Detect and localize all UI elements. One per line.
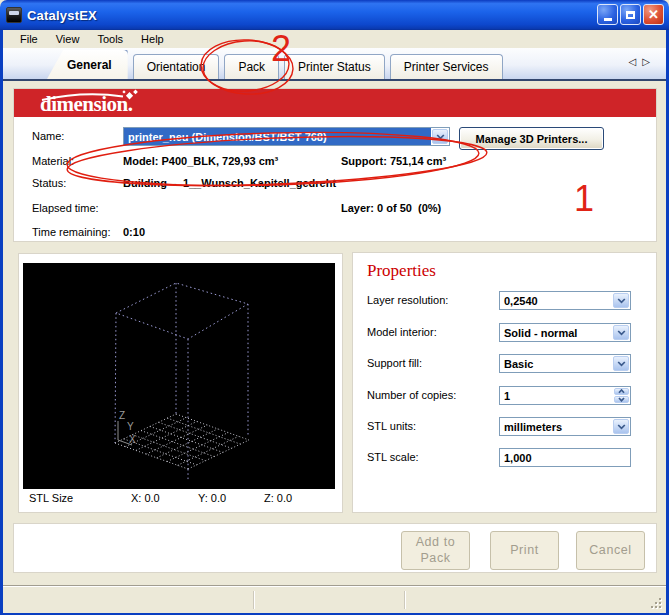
manage-3d-printers-button[interactable]: Manage 3D Printers... <box>459 127 604 150</box>
dimension-logo: dimension. <box>26 89 176 117</box>
axis-x-label: X <box>129 434 136 445</box>
stl-scale-input[interactable] <box>499 448 631 467</box>
build-envelope-viewport[interactable]: Z Y X <box>23 263 335 489</box>
catalystex-window: CatalystEX ✕ File View Tools Help Genera… <box>0 0 669 615</box>
chevron-down-icon[interactable] <box>613 325 629 340</box>
maximize-icon <box>626 11 635 19</box>
resize-grip[interactable] <box>651 598 664 611</box>
preview-panel: Z Y X STL Size X: 0.0 Y: 0.0 Z: 0.0 <box>18 253 343 513</box>
minimize-icon <box>604 18 612 21</box>
close-icon: ✕ <box>648 8 659 21</box>
stl-x-value: X: 0.0 <box>131 492 160 504</box>
build-envelope-wireframe: Z Y X <box>23 263 335 489</box>
time-remaining-label: Time remaining: <box>32 226 110 238</box>
chevron-down-icon[interactable] <box>613 293 629 308</box>
model-interior-select[interactable]: Solid - normal <box>499 323 631 342</box>
app-icon[interactable] <box>6 7 22 23</box>
menu-tools[interactable]: Tools <box>88 32 132 47</box>
chevron-down-icon[interactable] <box>432 129 448 144</box>
cancel-button[interactable]: Cancel <box>576 531 645 570</box>
model-interior-label: Model interior: <box>367 326 437 338</box>
stl-units-value: millimeters <box>500 418 612 435</box>
tab-scroll-left-icon[interactable]: ◁ <box>629 56 643 67</box>
stl-scale-label: STL scale: <box>367 451 419 463</box>
tab-strip: General Orientation Pack Printer Status … <box>3 48 666 81</box>
menu-help[interactable]: Help <box>132 32 173 47</box>
window-title: CatalystEX <box>27 8 97 23</box>
maximize-button[interactable] <box>620 4 641 25</box>
stl-units-select[interactable]: millimeters <box>499 417 631 436</box>
stl-units-label: STL units: <box>367 420 416 432</box>
stl-size-label: STL Size <box>29 492 73 504</box>
axis-y-label: Y <box>127 421 134 432</box>
stl-z-value: Z: 0.0 <box>264 492 292 504</box>
layer-resolution-select[interactable]: 0,2540 <box>499 291 631 310</box>
support-fill-value: Basic <box>500 355 612 372</box>
menu-view[interactable]: View <box>47 32 89 47</box>
layer-resolution-label: Layer resolution: <box>367 294 448 306</box>
support-fill-select[interactable]: Basic <box>499 354 631 373</box>
elapsed-time-label: Elapsed time: <box>32 202 99 214</box>
title-bar: CatalystEX ✕ <box>0 0 669 30</box>
minimize-button[interactable] <box>597 4 618 25</box>
status-value: Building - 1__Wunsch_Kapitell_gedreht <box>123 177 336 189</box>
material-support-value: Support: 751,14 cm³ <box>341 155 446 167</box>
tab-printer-status[interactable]: Printer Status <box>284 54 385 79</box>
name-label: Name: <box>32 130 64 142</box>
action-bar: Add to Pack Print Cancel <box>13 523 657 573</box>
tab-pack[interactable]: Pack <box>224 54 279 79</box>
menu-bar: File View Tools Help <box>3 30 666 48</box>
layer-progress-value: Layer: 0 of 50 (0%) <box>341 202 441 214</box>
material-model-value: Model: P400_BLK, 729,93 cm³ <box>123 155 278 167</box>
status-bar-divider <box>404 591 405 609</box>
stl-y-value: Y: 0.0 <box>198 492 226 504</box>
close-button[interactable]: ✕ <box>643 4 664 25</box>
chevron-down-icon[interactable] <box>613 356 629 371</box>
spinner-up-button[interactable] <box>614 388 629 395</box>
print-button[interactable]: Print <box>490 531 559 570</box>
properties-panel: Properties Layer resolution: 0,2540 Mode… <box>352 252 657 513</box>
tab-orientation[interactable]: Orientation <box>133 54 220 79</box>
axis-z-label: Z <box>119 410 125 421</box>
add-to-pack-button[interactable]: Add to Pack <box>401 531 470 570</box>
printer-info-panel: dimension. Name: printer_neu (Dimension/… <box>13 88 657 242</box>
printer-name-select[interactable]: printer_neu (Dimension/BST/BST 768) <box>123 127 450 146</box>
tab-printer-services[interactable]: Printer Services <box>390 54 503 79</box>
status-bar-divider <box>253 591 254 609</box>
number-of-copies-label: Number of copies: <box>367 389 456 401</box>
dimension-banner: dimension. <box>14 89 656 117</box>
printer-name-value: printer_neu (Dimension/BST/BST 768) <box>124 128 431 145</box>
material-label: Material: <box>32 155 74 167</box>
spinner-down-button[interactable] <box>614 396 629 403</box>
chevron-down-icon[interactable] <box>613 419 629 434</box>
number-of-copies-value: 1 <box>500 387 613 404</box>
layer-resolution-value: 0,2540 <box>500 292 612 309</box>
menu-file[interactable]: File <box>11 32 47 47</box>
properties-title: Properties <box>367 261 436 281</box>
status-label: Status: <box>32 177 66 189</box>
model-interior-value: Solid - normal <box>500 324 612 341</box>
tab-general[interactable]: General <box>47 50 128 79</box>
time-remaining-value: 0:10 <box>123 226 145 238</box>
status-bar <box>3 585 666 613</box>
support-fill-label: Support fill: <box>367 357 422 369</box>
number-of-copies-stepper[interactable]: 1 <box>499 386 631 405</box>
window-border-left <box>0 30 3 612</box>
tab-scroll-right-icon[interactable]: ▷ <box>642 56 656 67</box>
